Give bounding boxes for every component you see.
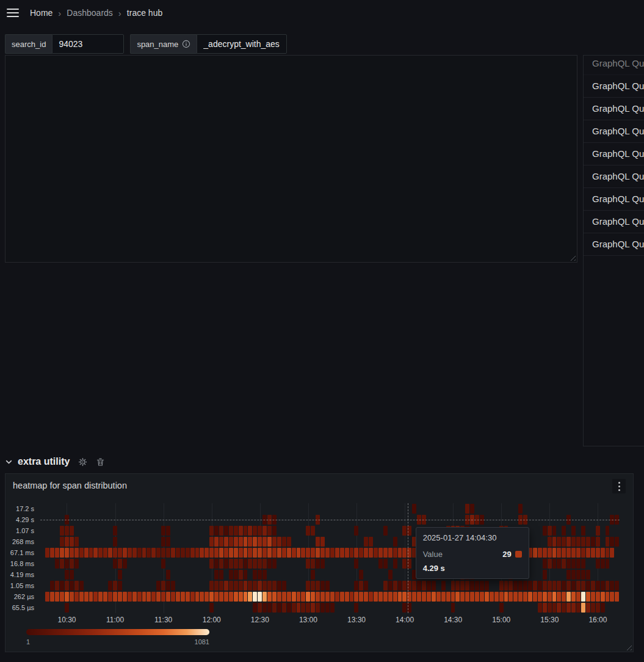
heatmap-cell[interactable] [513, 592, 518, 602]
heatmap-cell[interactable] [239, 526, 243, 536]
heatmap-cell[interactable] [591, 581, 595, 591]
heatmap-cell[interactable] [499, 581, 504, 591]
heatmap-cell[interactable] [214, 526, 219, 536]
heatmap-cell[interactable] [70, 581, 74, 591]
heatmap-cell[interactable] [557, 603, 561, 613]
heatmap-cell[interactable] [548, 603, 552, 613]
heatmap-cell[interactable] [244, 537, 248, 547]
heatmap-cell[interactable] [576, 603, 581, 613]
row-title[interactable]: extra utility [18, 456, 70, 467]
heatmap-cell[interactable] [301, 592, 305, 602]
heatmap-cell[interactable] [606, 548, 610, 558]
heatmap-cell[interactable] [258, 581, 262, 591]
list-item[interactable]: GraphQL Que [584, 166, 644, 188]
list-item[interactable]: GraphQL Que [584, 55, 644, 75]
heatmap-cell[interactable] [200, 592, 204, 602]
heatmap-cell[interactable] [214, 559, 219, 569]
heatmap-cell[interactable] [181, 548, 185, 558]
heatmap-cell[interactable] [137, 592, 142, 602]
heatmap-cell[interactable] [287, 537, 291, 547]
heatmap-cell[interactable] [70, 537, 74, 547]
heatmap-cell[interactable] [156, 581, 161, 591]
heatmap-cell[interactable] [354, 559, 358, 569]
heatmap-cell[interactable] [427, 581, 431, 591]
list-item[interactable]: GraphQL Que [584, 188, 644, 211]
heatmap-cell[interactable] [292, 592, 296, 602]
heatmap-cell[interactable] [89, 592, 93, 602]
heatmap-cell[interactable] [239, 592, 243, 602]
heatmap-cell[interactable] [581, 548, 585, 558]
heatmap-cell[interactable] [272, 559, 277, 569]
heatmap-cell[interactable] [586, 581, 590, 591]
heatmap-cell[interactable] [345, 548, 349, 558]
heatmap-cell[interactable] [79, 548, 84, 558]
heatmap-cell[interactable] [393, 559, 397, 569]
heatmap-cell[interactable] [132, 592, 137, 602]
heatmap-cell[interactable] [548, 548, 552, 558]
heatmap-cell[interactable] [552, 581, 557, 591]
heatmap-cell[interactable] [229, 570, 233, 580]
heatmap-cell[interactable] [576, 537, 581, 547]
heatmap-cell[interactable] [108, 581, 112, 591]
heatmap-cell[interactable] [325, 548, 330, 558]
heatmap-cell[interactable] [277, 548, 281, 558]
heatmap-cell[interactable] [552, 592, 557, 602]
heatmap-cell[interactable] [475, 581, 479, 591]
heatmap-cell[interactable] [74, 548, 79, 558]
heatmap-cell[interactable] [253, 559, 257, 569]
heatmap-cell[interactable] [253, 570, 257, 580]
heatmap-cell[interactable] [267, 537, 272, 547]
heatmap-cell[interactable] [287, 548, 291, 558]
heatmap-cell[interactable] [239, 559, 243, 569]
heatmap-cell[interactable] [316, 603, 320, 613]
heatmap-cell[interactable] [176, 592, 180, 602]
heatmap-cell[interactable] [513, 581, 518, 591]
heatmap-cell[interactable] [533, 581, 537, 591]
heatmap-cell[interactable] [586, 603, 590, 613]
heatmap-cell[interactable] [248, 548, 252, 558]
heatmap-cell[interactable] [301, 548, 305, 558]
heatmap-cell[interactable] [354, 526, 358, 536]
heatmap-cell[interactable] [562, 526, 566, 536]
heatmap-cell[interactable] [277, 537, 281, 547]
heatmap-cell[interactable] [282, 603, 286, 613]
heatmap-cell[interactable] [451, 592, 455, 602]
heatmap-cell[interactable] [258, 537, 262, 547]
heatmap-cell[interactable] [566, 603, 571, 613]
heatmap-cell[interactable] [123, 548, 127, 558]
heatmap-cell[interactable] [209, 581, 214, 591]
heatmap-cell[interactable] [345, 592, 349, 602]
heatmap-cell[interactable] [533, 592, 537, 602]
heatmap-cell[interactable] [93, 548, 98, 558]
heatmap-cell[interactable] [297, 592, 301, 602]
heatmap-cell[interactable] [142, 548, 147, 558]
heatmap-cell[interactable] [132, 548, 137, 558]
heatmap-cell[interactable] [610, 548, 614, 558]
heatmap-cell[interactable] [369, 592, 373, 602]
heatmap-cell[interactable] [156, 548, 161, 558]
heatmap-cell[interactable] [557, 559, 561, 569]
heatmap-cell[interactable] [98, 548, 103, 558]
heatmap-cell[interactable] [65, 548, 69, 558]
heatmap-cell[interactable] [610, 592, 614, 602]
heatmap-cell[interactable] [566, 537, 571, 547]
heatmap-cell[interactable] [262, 581, 267, 591]
heatmap-cell[interactable] [552, 603, 557, 613]
heatmap-cell[interactable] [244, 559, 248, 569]
heatmap-cell[interactable] [219, 548, 223, 558]
heatmap-cell[interactable] [147, 592, 151, 602]
heatmap-cell[interactable] [113, 526, 117, 536]
heatmap-cell[interactable] [393, 592, 397, 602]
heatmap-cell[interactable] [460, 592, 465, 602]
heatmap-cell[interactable] [359, 548, 363, 558]
heatmap-cell[interactable] [557, 592, 561, 602]
heatmap-cell[interactable] [562, 581, 566, 591]
heatmap-cell[interactable] [316, 581, 320, 591]
heatmap-cell[interactable] [571, 581, 576, 591]
heatmap-cell[interactable] [60, 581, 64, 591]
heatmap-cell[interactable] [108, 548, 112, 558]
heatmap-cell[interactable] [234, 592, 238, 602]
heatmap-cell[interactable] [606, 592, 610, 602]
heatmap-cell[interactable] [50, 548, 54, 558]
heatmap-cell[interactable] [55, 592, 59, 602]
